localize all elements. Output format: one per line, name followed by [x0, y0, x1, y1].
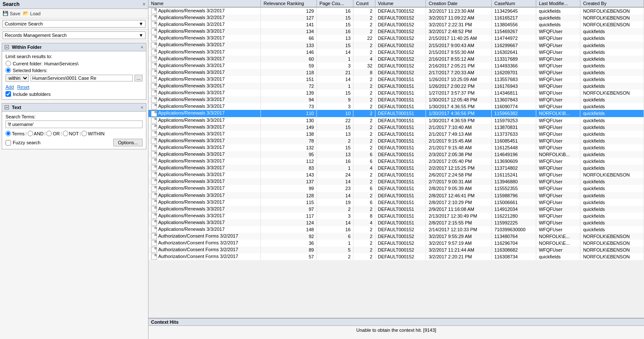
table-row[interactable]: Applications/Renewals 3/3/2017 73 3 2 DE… — [148, 103, 644, 110]
table-row[interactable]: Applications/Renewals 3/2/2017 129 16 2 … — [148, 7, 644, 14]
or-radio-label[interactable]: OR — [46, 131, 60, 136]
save-button[interactable]: 💾 Save — [3, 11, 20, 16]
folder-path-input[interactable] — [31, 75, 133, 81]
cell-pages: 15 — [316, 42, 353, 48]
or-radio[interactable] — [46, 131, 52, 136]
panel-close-button[interactable]: × — [143, 1, 146, 7]
fuzzy-search-checkbox[interactable] — [6, 140, 11, 146]
left-panel: Search × 💾 Save 📂 Load Customize Search … — [0, 0, 148, 339]
text-section: − Text × Search Terms: Terms | — [2, 103, 146, 149]
cell-relevance: 110 — [261, 110, 317, 117]
fuzzy-search-label[interactable]: Fuzzy search — [6, 140, 40, 146]
table-container[interactable]: Name Relevance Ranking Page Cou... Count… — [148, 0, 644, 318]
table-row[interactable]: Authorization/Consent Forms 3/2/2017 89 … — [148, 247, 644, 253]
col-last-modified[interactable]: Last Modifie... — [536, 0, 580, 7]
file-icon — [151, 63, 157, 69]
table-row[interactable]: Applications/Renewals 3/3/2017 59 3 32 D… — [148, 62, 644, 69]
cell-pages: 1 — [316, 240, 353, 247]
cell-pages: 13 — [316, 131, 353, 137]
within-select[interactable]: within — [6, 74, 29, 82]
table-row[interactable]: Applications/Renewals 3/3/2017 72 1 2 DE… — [148, 83, 644, 90]
cell-pages: 1 — [316, 83, 353, 90]
table-row[interactable]: Applications/Renewals 3/3/2017 60 1 4 DE… — [148, 56, 644, 62]
table-row[interactable]: Applications/Renewals 3/3/2017 143 24 2 … — [148, 171, 644, 178]
col-name[interactable]: Name — [148, 0, 261, 7]
table-row[interactable]: Applications/Renewals 3/3/2017 112 16 6 … — [148, 158, 644, 165]
within-radio-label[interactable]: WITHIN — [81, 131, 104, 136]
load-button[interactable]: 📂 Load — [23, 11, 40, 16]
col-count[interactable]: Count — [353, 0, 375, 7]
col-pages[interactable]: Page Cou... — [316, 0, 353, 7]
table-row[interactable]: Applications/Renewals 3/3/2017 138 13 2 … — [148, 131, 644, 137]
within-folder-close[interactable]: × — [141, 45, 143, 50]
text-section-content: Search Terms: Terms | AND | — [2, 112, 146, 149]
table-row[interactable]: Applications/Renewals 3/3/2017 97 2 2 DE… — [148, 206, 644, 213]
cell-casenum: 114649196 — [492, 151, 536, 158]
browse-button[interactable]: ... — [134, 75, 143, 81]
and-radio[interactable] — [28, 131, 33, 136]
table-row[interactable]: Applications/Renewals 3/3/2017 78 2 2 DE… — [148, 137, 644, 144]
table-row[interactable]: Applications/Renewals 3/3/2017 148 16 2 … — [148, 226, 644, 233]
col-casenum[interactable]: CaseNum — [492, 0, 536, 7]
search-terms-input[interactable] — [6, 120, 143, 128]
table-row[interactable]: Authorization/Consent Forms 3/2/2017 57 … — [148, 253, 644, 260]
table-row[interactable]: Applications/Renewals 3/3/2017 132 15 2 … — [148, 144, 644, 151]
reset-folder-button[interactable]: Reset — [17, 84, 30, 90]
cell-created-by: quickfields — [580, 62, 644, 69]
table-row[interactable]: Applications/Renewals 3/3/2017 118 21 8 … — [148, 69, 644, 76]
cell-name: Applications/Renewals 3/3/2017 — [148, 226, 261, 233]
cell-created-by: quickfields — [580, 69, 644, 76]
table-row[interactable]: Applications/Renewals 3/3/2017 95 13 6 D… — [148, 151, 644, 158]
terms-radio-label[interactable]: Terms — [6, 131, 25, 136]
and-radio-label[interactable]: AND — [28, 131, 44, 136]
table-row[interactable]: Applications/Renewals 3/3/2017 66 13 22 … — [148, 35, 644, 42]
table-row[interactable]: Applications/Renewals 3/3/2017 83 1 4 DE… — [148, 165, 644, 171]
col-created-by[interactable]: Created By — [580, 0, 644, 7]
cell-count: 2 — [353, 90, 375, 96]
section-collapse-icon[interactable]: − — [5, 45, 9, 49]
chevron-down-icon: ▼ — [139, 21, 143, 26]
not-radio-label[interactable]: NOT — [63, 131, 79, 136]
table-row[interactable]: Applications/Renewals 3/3/2017 146 14 2 … — [148, 49, 644, 56]
table-row[interactable]: Authorization/Consent Forms 3/2/2017 36 … — [148, 240, 644, 247]
table-row[interactable]: Applications/Renewals 3/3/2017 133 15 2 … — [148, 42, 644, 48]
table-row[interactable]: Applications/Renewals 3/2/2017 127 15 2 … — [148, 14, 644, 21]
table-row[interactable]: Authorization/Consent Forms 3/2/2017 92 … — [148, 233, 644, 240]
cell-created-by: NORFOLK\EBENSON — [580, 233, 644, 240]
table-row[interactable]: Applications/Renewals 3/3/2017 115 19 6 … — [148, 199, 644, 206]
table-row[interactable]: Applications/Renewals 3/3/2017 110 10 2 … — [148, 110, 644, 117]
table-row[interactable]: Applications/Renewals 3/3/2017 139 15 2 … — [148, 90, 644, 96]
col-volume[interactable]: Volume — [375, 0, 426, 7]
options-button[interactable]: Options... — [113, 139, 143, 146]
table-row[interactable]: Applications/Renewals 3/3/2017 117 3 8 D… — [148, 213, 644, 219]
cell-pages: 15 — [316, 21, 353, 28]
context-panel: Context Hits Unable to obtain the contex… — [148, 318, 644, 339]
selected-folders-radio[interactable] — [6, 67, 11, 73]
cell-last-modified: WFQFUser — [536, 137, 580, 144]
within-radio[interactable] — [81, 131, 87, 136]
cell-name: Applications/Renewals 3/3/2017 — [148, 199, 261, 206]
table-row[interactable]: Applications/Renewals 3/3/2017 128 14 2 … — [148, 192, 644, 199]
col-relevance[interactable]: Relevance Ranking — [261, 0, 317, 7]
table-row[interactable]: Applications/Renewals 3/3/2017 137 14 2 … — [148, 178, 644, 185]
customize-search-dropdown[interactable]: Customize Search ▼ — [3, 20, 146, 28]
cell-volume: DEFAULT000152 — [375, 49, 426, 56]
table-row[interactable]: Applications/Renewals 3/3/2017 130 22 2 … — [148, 117, 644, 124]
add-folder-button[interactable]: Add — [6, 84, 14, 90]
text-section-close[interactable]: × — [141, 105, 143, 110]
terms-radio[interactable] — [6, 131, 11, 136]
not-radio[interactable] — [63, 131, 68, 136]
current-folder-radio[interactable] — [6, 61, 11, 66]
records-mgmt-dropdown[interactable]: Records Management Search ▼ — [3, 31, 146, 39]
table-row[interactable]: Applications/Renewals 3/3/2017 134 16 2 … — [148, 28, 644, 35]
text-section-collapse-icon[interactable]: − — [5, 105, 9, 109]
table-row[interactable]: Applications/Renewals 3/3/2017 151 14 2 … — [148, 76, 644, 83]
include-subfolders-checkbox[interactable] — [6, 91, 11, 97]
table-row[interactable]: Applications/Renewals 3/2/2017 141 15 2 … — [148, 21, 644, 28]
cell-volume: DEFAULT000152 — [375, 28, 426, 35]
col-creation[interactable]: Creation Date — [426, 0, 492, 7]
table-row[interactable]: Applications/Renewals 3/3/2017 99 23 6 D… — [148, 185, 644, 192]
table-row[interactable]: Applications/Renewals 3/3/2017 149 15 2 … — [148, 124, 644, 131]
table-row[interactable]: Applications/Renewals 3/3/2017 94 9 2 DE… — [148, 96, 644, 103]
table-row[interactable]: Applications/Renewals 3/3/2017 124 14 4 … — [148, 219, 644, 226]
